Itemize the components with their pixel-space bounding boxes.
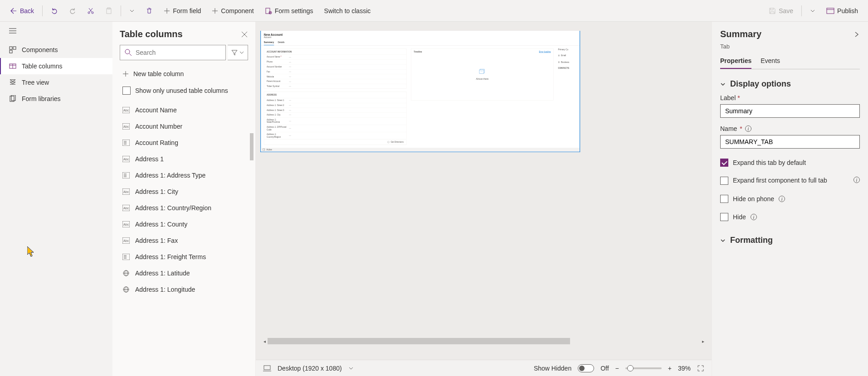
form-settings-button[interactable]: Form settings — [260, 5, 318, 17]
undo-button[interactable] — [46, 5, 63, 17]
form-field-row[interactable]: Address 1: ZIP/Postal Code--- — [264, 125, 406, 132]
form-field-row[interactable]: Account Number--- — [264, 64, 406, 69]
label-input[interactable] — [720, 104, 860, 118]
timeline-section[interactable]: Timeline Error loading Almost there — [411, 48, 553, 101]
back-button[interactable]: Back — [5, 5, 39, 17]
form-tab-details[interactable]: Details — [278, 41, 284, 45]
form-field-row[interactable]: Phone--- — [264, 59, 406, 64]
show-hidden-toggle[interactable] — [578, 364, 594, 372]
plus-icon — [122, 71, 129, 77]
save-button[interactable]: Save — [764, 5, 798, 17]
new-table-column-button[interactable]: New table column — [120, 66, 248, 82]
form-field-row[interactable]: Parent Account--- — [264, 79, 406, 84]
form-field-row[interactable]: Address 1: Country/Region--- — [264, 132, 406, 139]
chevron-down-icon — [720, 82, 726, 87]
publish-button[interactable]: Publish — [822, 5, 863, 17]
form-field-row[interactable]: Ticker Symbol--- — [264, 84, 406, 89]
zoom-slider-thumb[interactable] — [627, 365, 634, 371]
form-field-row[interactable]: Fax--- — [264, 69, 406, 74]
column-item[interactable]: Address 1: Freight Terms — [120, 249, 248, 265]
paste-button[interactable] — [101, 5, 117, 17]
form-tab-summary[interactable]: Summary — [264, 41, 274, 45]
lock-icon — [558, 61, 560, 63]
chevron-down-icon[interactable] — [348, 366, 354, 371]
scroll-left-icon[interactable]: ◂ — [261, 339, 268, 344]
zoom-in-button[interactable]: + — [668, 365, 672, 372]
info-icon[interactable]: i — [853, 177, 860, 183]
props-tab-events[interactable]: Events — [761, 57, 780, 69]
timeline-placeholder-icon — [478, 68, 486, 74]
get-directions[interactable]: Get Directions — [264, 140, 406, 145]
field-label: Phone — [267, 61, 289, 63]
toolbar-chevron[interactable] — [125, 5, 139, 16]
zoom-slider[interactable] — [625, 367, 662, 369]
add-component-button[interactable]: Component — [207, 5, 258, 17]
filter-button[interactable] — [228, 45, 248, 60]
column-item[interactable]: AbcAddress 1 — [120, 151, 248, 167]
scrollbar-thumb[interactable] — [250, 133, 254, 160]
close-icon[interactable] — [241, 31, 248, 38]
hide-checkbox[interactable] — [720, 213, 728, 221]
add-form-field-button[interactable]: Form field — [159, 5, 205, 17]
back-label: Back — [20, 7, 34, 14]
info-icon[interactable]: i — [779, 196, 785, 202]
scroll-right-icon[interactable]: ▸ — [700, 339, 706, 344]
column-item[interactable]: AbcAddress 1: Country/Region — [120, 200, 248, 216]
nav-form-libraries[interactable]: Form libraries — [0, 91, 112, 107]
rail-business[interactable]: Business — [558, 60, 576, 64]
canvas-hscroll[interactable]: ◂ ▸ — [261, 338, 706, 344]
redo-button[interactable] — [64, 5, 81, 17]
chevron-right-icon[interactable] — [853, 31, 860, 38]
field-label: Account Number — [267, 66, 289, 68]
section-address[interactable]: ADDRESS Address 1: Street 1---Address 1:… — [264, 92, 406, 140]
column-item[interactable]: Address 1: Latitude — [120, 265, 248, 281]
info-icon[interactable]: i — [751, 214, 757, 220]
column-item[interactable]: AbcAddress 1: City — [120, 183, 248, 200]
rail-email[interactable]: Email — [558, 53, 576, 57]
form-field-row[interactable]: Address 1: City--- — [264, 112, 406, 117]
hide-phone-checkbox[interactable] — [720, 195, 728, 203]
column-item[interactable]: AbcAddress 1: County — [120, 216, 248, 232]
nav-tree-view[interactable]: Tree view — [0, 74, 112, 91]
show-unused-row[interactable]: Show only unused table columns — [120, 82, 248, 99]
text-type-icon: Abc — [122, 188, 130, 195]
column-item[interactable]: AbcAccount Number — [120, 118, 248, 135]
column-item[interactable]: Address 1: Address Type — [120, 167, 248, 183]
form-field-row[interactable]: Website--- — [264, 74, 406, 79]
fit-icon[interactable] — [697, 365, 704, 372]
search-input[interactable] — [136, 49, 221, 56]
delete-button[interactable] — [141, 5, 157, 17]
hscroll-thumb[interactable] — [268, 338, 570, 344]
section-account-info[interactable]: ACCOUNT INFORMATION Account Name *---Pho… — [264, 48, 406, 89]
search-box[interactable] — [120, 45, 226, 60]
nav-components[interactable]: Components — [0, 42, 112, 58]
device-label[interactable]: Desktop (1920 x 1080) — [278, 365, 342, 372]
error-loading-link[interactable]: Error loading — [539, 50, 551, 53]
form-field-row[interactable]: Address 1: Street 3--- — [264, 108, 406, 113]
form-field-row[interactable]: Address 1: State/Province--- — [264, 117, 406, 125]
column-item[interactable]: AbcAccount Name — [120, 102, 248, 118]
switch-classic-button[interactable]: Switch to classic — [320, 5, 375, 17]
column-item[interactable]: Address 1: Longitude — [120, 281, 248, 298]
form-field-row[interactable]: Address 1: Street 2--- — [264, 103, 406, 108]
show-unused-label: Show only unused table columns — [135, 87, 228, 94]
column-item[interactable]: Account Rating — [120, 135, 248, 151]
search-icon — [125, 49, 132, 56]
expand-first-checkbox[interactable] — [720, 177, 728, 185]
form-field-row[interactable]: Account Name *--- — [264, 54, 406, 59]
expand-default-checkbox[interactable] — [720, 159, 728, 167]
formatting-header[interactable]: Formatting — [720, 229, 860, 247]
form-preview[interactable]: New Account Account Summary Details ACCO… — [260, 31, 580, 152]
cut-button[interactable] — [83, 5, 99, 17]
display-options-header[interactable]: Display options — [720, 73, 860, 91]
hamburger-button[interactable] — [0, 22, 112, 42]
nav-table-columns[interactable]: Table columns — [0, 58, 112, 74]
save-chevron[interactable] — [805, 5, 820, 16]
info-icon[interactable]: i — [745, 125, 751, 132]
column-item[interactable]: AbcAddress 1: Fax — [120, 232, 248, 249]
zoom-out-button[interactable]: − — [615, 365, 619, 372]
name-input[interactable] — [720, 135, 860, 149]
show-unused-checkbox[interactable] — [122, 87, 131, 95]
form-field-row[interactable]: Address 1: Street 1--- — [264, 98, 406, 103]
props-tab-properties[interactable]: Properties — [720, 57, 751, 69]
